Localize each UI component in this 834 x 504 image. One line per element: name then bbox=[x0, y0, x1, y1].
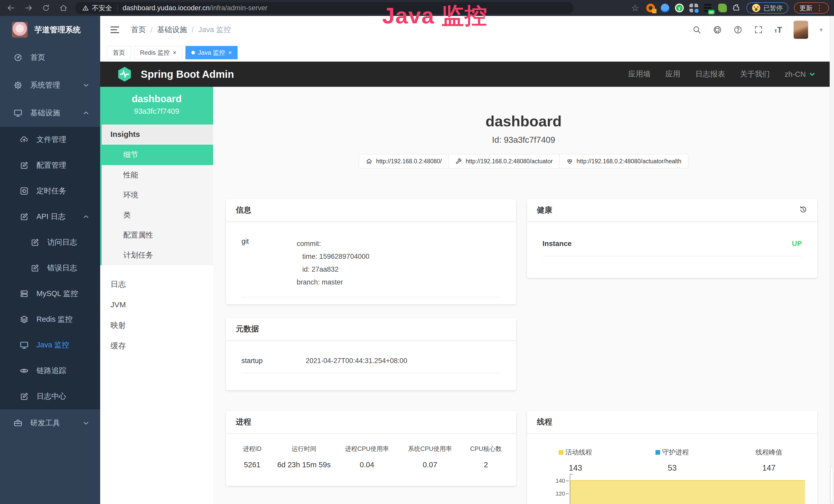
breadcrumb-home[interactable]: 首页 bbox=[131, 25, 146, 35]
monitor-icon bbox=[13, 108, 23, 118]
info-value: commit: time: 1596289704000 id: 27aa832 … bbox=[297, 237, 369, 289]
extension-green-icon[interactable] bbox=[718, 4, 727, 12]
health-key: Instance bbox=[543, 239, 572, 248]
sba-menu-metrics[interactable]: 性能 bbox=[102, 165, 213, 185]
extension-pin-icon[interactable] bbox=[661, 4, 670, 12]
instance-header[interactable]: dashboard 93a3fc7f7409 bbox=[100, 87, 213, 124]
scrollbar-thumb[interactable] bbox=[830, 466, 833, 502]
chrome-update-button[interactable]: 更新 ⋮ bbox=[794, 2, 829, 14]
extension-orange-icon[interactable] bbox=[646, 4, 655, 12]
help-icon[interactable] bbox=[733, 25, 743, 35]
extension-list-icon[interactable]: on bbox=[704, 4, 712, 12]
sba-nav-journal[interactable]: 日志报表 bbox=[695, 69, 725, 79]
service-url-button[interactable]: http://192.168.0.2:48080/ bbox=[359, 154, 449, 168]
app-title: 芋道管理系统 bbox=[35, 25, 81, 35]
address-bar[interactable]: 不安全 dashboard.yudao.iocoder.cn/infra/adm… bbox=[75, 2, 573, 14]
github-icon[interactable] bbox=[713, 25, 722, 35]
home-icon[interactable] bbox=[59, 4, 68, 12]
toolbox-icon bbox=[13, 418, 23, 428]
sba-header: Spring Boot Admin 应用墙 应用 日志报表 关于我们 zh-CN bbox=[100, 62, 834, 87]
reload-icon[interactable] bbox=[42, 4, 50, 12]
sidebar-item-access-log[interactable]: 访问日志 bbox=[0, 230, 100, 255]
tab-redis-monitor[interactable]: Redis 监控 × bbox=[134, 46, 182, 59]
tab-home[interactable]: 首页 bbox=[107, 46, 131, 59]
sba-menu-classes[interactable]: 类 bbox=[102, 205, 213, 225]
info-card-title: 信息 bbox=[236, 205, 251, 215]
sba-menu-mappings[interactable]: 映射 bbox=[100, 315, 213, 336]
app-logo-row[interactable]: 芋道管理系统 bbox=[0, 16, 100, 44]
sba-menu-scheduled-tasks[interactable]: 计划任务 bbox=[102, 245, 213, 265]
breadcrumb-infra[interactable]: 基础设施 bbox=[157, 25, 187, 35]
sba-menu-environment[interactable]: 环境 bbox=[102, 185, 213, 205]
sidebar-item-redis[interactable]: Redis 监控 bbox=[0, 306, 100, 332]
sba-menu-jvm[interactable]: JVM bbox=[100, 295, 213, 315]
process-card-title: 进程 bbox=[236, 417, 251, 427]
sidebar-item-error-log[interactable]: 错误日志 bbox=[0, 255, 100, 281]
health-url-button[interactable]: http://192.168.0.2:48080/actuator/health bbox=[560, 154, 688, 168]
process-header-cores: CPU核心数 bbox=[461, 445, 511, 453]
extension-y-icon[interactable]: y bbox=[675, 4, 684, 12]
avatar-caret-icon[interactable]: ▾ bbox=[820, 26, 823, 33]
instance-title: dashboard bbox=[213, 112, 834, 130]
process-value-uptime: 6d 23h 15m 59s bbox=[273, 461, 335, 469]
extensions-puzzle-icon[interactable] bbox=[732, 3, 741, 13]
chevron-up-icon bbox=[82, 213, 90, 221]
sidebar-item-system[interactable]: 系统管理 bbox=[0, 71, 100, 99]
close-icon[interactable]: × bbox=[173, 49, 176, 56]
legend-daemon-threads-swatch bbox=[656, 450, 660, 455]
sba-locale-select[interactable]: zh-CN bbox=[785, 70, 816, 78]
sba-menu-logs[interactable]: 日志 bbox=[100, 274, 213, 295]
y-tick-120: 120 bbox=[552, 490, 565, 497]
search-icon[interactable] bbox=[692, 25, 701, 35]
sba-menu-config-props[interactable]: 配置属性 bbox=[102, 225, 213, 245]
extension-grid-icon[interactable] bbox=[689, 4, 698, 12]
sba-brand[interactable]: Spring Boot Admin bbox=[141, 69, 234, 80]
url-path: /infra/admin-server bbox=[210, 4, 267, 12]
instance-link-bar: http://192.168.0.2:48080/ http://192.168… bbox=[213, 154, 834, 168]
sidebar-item-job[interactable]: 定时任务 bbox=[0, 178, 100, 204]
process-value-proc-cpu: 0.04 bbox=[335, 461, 399, 469]
sidebar-item-home[interactable]: 首页 bbox=[0, 44, 100, 71]
sidebar-item-file[interactable]: 文件管理 bbox=[0, 127, 100, 153]
breadcrumb: 首页 / 基础设施 / Java 监控 bbox=[131, 25, 231, 35]
back-icon[interactable] bbox=[7, 4, 16, 12]
sba-menu-details[interactable]: 细节 bbox=[102, 144, 213, 165]
close-icon[interactable]: × bbox=[228, 49, 232, 56]
sba-menu-caches[interactable]: 缓存 bbox=[100, 336, 213, 356]
hamburger-icon[interactable] bbox=[110, 26, 119, 33]
profile-paused-chip[interactable]: 已暂停 bbox=[746, 2, 788, 14]
page-scrollbar[interactable] bbox=[830, 16, 834, 504]
sidebar-item-log-center[interactable]: 日志中心 bbox=[0, 384, 100, 409]
chevron-up-icon bbox=[82, 109, 90, 117]
sidebar-item-api-log[interactable]: API 日志 bbox=[0, 204, 100, 230]
peak-threads-label: 线程峰值 bbox=[756, 448, 782, 457]
process-header-uptime: 运行时间 bbox=[273, 445, 335, 453]
user-avatar[interactable] bbox=[793, 21, 808, 39]
chevron-down-icon bbox=[82, 82, 90, 89]
sidebar-item-trace[interactable]: 链路追踪 bbox=[0, 358, 100, 384]
forward-icon[interactable] bbox=[24, 4, 33, 12]
threads-card: 线程 活动线程 143 守护进程 53 线程峰值 147 140 120 100 bbox=[527, 411, 817, 504]
tab-java-monitor[interactable]: Java 监控 × bbox=[185, 46, 238, 59]
breadcrumb-current: Java 监控 bbox=[198, 25, 231, 35]
actuator-url-button[interactable]: http://192.168.0.2:48080/actuator bbox=[449, 154, 560, 168]
instance-id-line: Id: 93a3fc7f7409 bbox=[213, 135, 834, 145]
sidebar-item-config[interactable]: 配置管理 bbox=[0, 153, 100, 178]
sidebar-item-devtools[interactable]: 研发工具 bbox=[0, 409, 100, 437]
sidebar-item-infra[interactable]: 基础设施 bbox=[0, 99, 100, 127]
fullscreen-icon[interactable] bbox=[754, 25, 763, 35]
sba-nav-applications[interactable]: 应用 bbox=[665, 69, 680, 79]
edit-icon bbox=[20, 161, 29, 170]
threads-stats: 活动线程 143 守护进程 53 线程峰值 147 bbox=[527, 433, 817, 473]
sidebar-item-mysql[interactable]: MySQL 监控 bbox=[0, 281, 100, 306]
font-size-icon[interactable]: тT bbox=[774, 25, 782, 35]
history-icon[interactable] bbox=[799, 205, 808, 214]
sba-nav-about[interactable]: 关于我们 bbox=[740, 69, 770, 79]
chrome-menu-icon[interactable]: ⋮ bbox=[815, 4, 823, 12]
sidebar-item-java[interactable]: Java 监控 bbox=[0, 332, 100, 358]
spring-boot-admin-logo-icon bbox=[116, 65, 133, 84]
metadata-card-title: 元数据 bbox=[236, 324, 259, 334]
bookmark-star-icon[interactable]: ☆ bbox=[631, 3, 639, 13]
breadcrumb-separator: / bbox=[192, 26, 194, 34]
sba-nav-wallboard[interactable]: 应用墙 bbox=[628, 69, 651, 79]
